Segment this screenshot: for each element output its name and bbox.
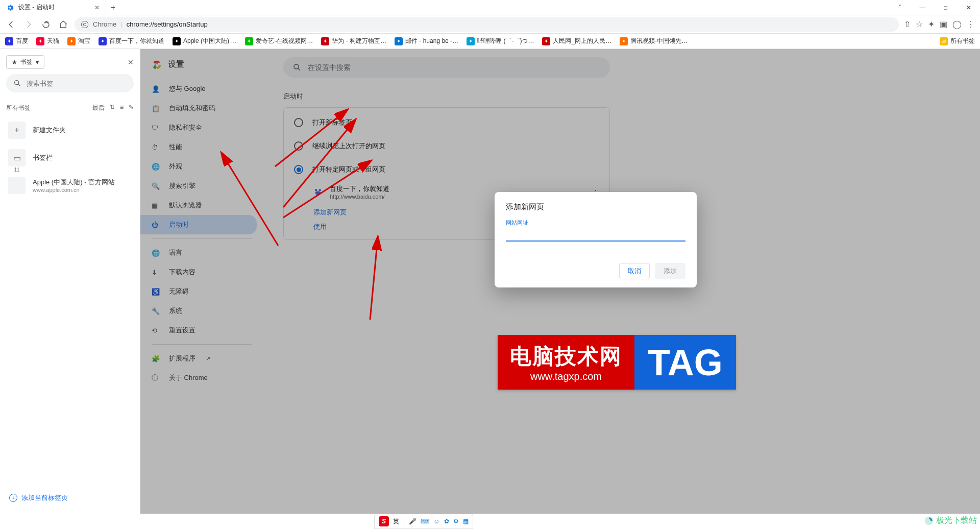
ime-emoji-icon[interactable]: ☺ [433,518,439,525]
bookmark-item[interactable]: ✦腾讯视频-中国领先… [620,37,688,45]
maximize-button[interactable]: □ [934,0,957,15]
bookmarks-search-input[interactable] [27,80,127,87]
search-icon [13,79,21,87]
sort-label[interactable]: 最后 [92,104,105,112]
svg-line-13 [370,238,378,320]
favicon: ✦ [395,37,403,45]
bookmark-item-apple[interactable]: Apple (中国大陆) - 官方网站 www.apple.com.cn [6,172,134,199]
favicon: ✦ [620,37,628,45]
bookmark-item[interactable]: ✦天猫 [36,37,59,45]
add-current-tab-button[interactable]: + 添加当前标签页 [6,488,134,508]
watermark-tag: TAG [634,335,736,390]
bookmark-item[interactable]: ✦Apple (中国大陆) … [173,37,237,45]
ime-voice-icon[interactable]: 🎤 [409,518,416,525]
favicon: ✦ [67,37,76,45]
folder-count: 11 [14,167,19,173]
window-close-button[interactable]: ✕ [957,0,980,15]
watermark-banner: 电脑技术网 www.tagxp.com TAG [498,335,736,390]
bookmark-title: Apple (中国大陆) - 官方网站 [33,178,115,187]
ime-settings-icon[interactable]: ▦ [463,518,469,525]
bookmark-label: 百度 [16,37,28,45]
gear-icon [6,4,14,12]
ime-toolbox-icon[interactable]: ⚙ [453,518,459,525]
svg-point-0 [81,21,88,28]
bookmark-label: 哔哩哔哩 (゜-゜)つ… [477,37,534,45]
favicon: ✦ [542,37,550,45]
bookmark-item[interactable]: ✦邮件 - huang bo -… [395,37,458,45]
bookmark-item[interactable]: ✦百度一下，你就知道 [99,37,164,45]
bookmark-label: 人民网_网上的人民… [553,37,611,45]
close-panel-icon[interactable]: ✕ [128,58,134,66]
favicon: ✦ [321,37,329,45]
url-scheme-label: Chrome [93,20,116,28]
url-text: chrome://settings/onStartup [127,20,208,28]
share-icon[interactable]: ⇧ [904,19,911,29]
window-titlebar: 设置 - 启动时 ✕ + ˅ — □ ✕ [0,0,980,15]
plus-circle-icon: + [9,494,17,502]
browser-toolbar: Chrome | chrome://settings/onStartup ⇧ ☆… [0,15,980,34]
watermark-url: www.tagxp.com [510,371,622,382]
profile-icon[interactable]: ◯ [952,19,962,29]
forward-button[interactable] [22,18,35,31]
favicon: ✦ [99,37,107,45]
bookmark-label: 爱奇艺-在线视频网… [256,37,313,45]
svg-point-1 [83,23,86,26]
apple-icon [8,177,26,194]
new-tab-button[interactable]: + [106,3,120,12]
ime-skin-icon[interactable]: ✿ [444,518,449,525]
filter-icon[interactable]: ⇅ [110,104,115,112]
watermark-title: 电脑技术网 [510,342,622,371]
favicon: ✦ [5,37,13,45]
bookmark-label: Apple (中国大陆) … [183,37,237,45]
dialog-url-input[interactable] [506,228,685,242]
bookmark-label: 华为 - 构建万物互… [332,37,386,45]
favicon: ✦ [467,37,475,45]
bookmark-label: 淘宝 [78,37,90,45]
add-button[interactable]: 添加 [655,263,685,279]
chevron-down-icon[interactable]: ˅ [888,0,911,15]
back-button[interactable] [5,18,17,31]
svg-point-2 [15,81,19,85]
new-folder-button[interactable]: + 新建文件夹 [6,116,134,144]
edit-icon[interactable]: ✎ [129,104,134,112]
all-bookmarks-label: 所有书签 [6,104,31,112]
all-bookmarks-button[interactable]: 📁所有书签 [940,37,975,45]
reload-button[interactable] [40,18,52,31]
bookmark-bar-folder[interactable]: ▭11 书签栏 [6,144,134,172]
side-panel-icon[interactable]: ▣ [940,19,947,29]
bookmark-label: 腾讯视频-中国领先… [630,37,688,45]
menu-icon[interactable]: ⋮ [967,19,975,29]
star-icon: ★ [12,59,17,66]
folder-label: 书签栏 [33,154,53,161]
window-controls: ˅ — □ ✕ [888,0,980,15]
minimize-button[interactable]: — [911,0,934,15]
ime-keyboard-icon[interactable]: ⌨ [421,518,429,525]
bookmark-item[interactable]: ✦人民网_网上的人民… [542,37,611,45]
cancel-button[interactable]: 取消 [619,263,650,279]
bookmarks-chip-label: 书签 [20,58,33,66]
bookmark-item[interactable]: ✦华为 - 构建万物互… [321,37,386,45]
bookmark-item[interactable]: ✦淘宝 [67,37,90,45]
bookmark-item[interactable]: ✦哔哩哔哩 (゜-゜)つ… [467,37,534,45]
home-button[interactable] [57,18,69,31]
list-view-icon[interactable]: ≡ [120,104,124,112]
bookmarks-side-panel: ★ 书签 ▾ ✕ 所有书签 最后 ⇅ ≡ ✎ + 新建文件夹 ▭11 书签栏 [0,49,140,514]
browser-tab[interactable]: 设置 - 启动时 ✕ [0,0,106,15]
ime-toolbar[interactable]: S 英 , 🎤 ⌨ ☺ ✿ ⚙ ▦ [374,514,473,529]
extensions-icon[interactable]: ✦ [928,19,935,29]
bookmark-item[interactable]: ✦百度 [5,37,28,45]
favicon: ✦ [245,37,253,45]
corner-watermark: 极光下载站 [924,515,977,526]
favicon: ✦ [36,37,44,45]
address-bar[interactable]: Chrome | chrome://settings/onStartup [75,17,899,32]
star-icon[interactable]: ☆ [916,19,923,29]
bookmarks-search[interactable] [6,74,134,92]
ime-mode[interactable]: 英 [393,517,399,526]
add-page-dialog: 添加新网页 网站网址 取消 添加 [495,192,697,287]
tab-title: 设置 - 启动时 [18,3,55,12]
tab-close-icon[interactable]: ✕ [94,4,100,11]
dialog-title: 添加新网页 [506,202,685,212]
bookmark-label: 天猫 [47,37,59,45]
bookmarks-dropdown[interactable]: ★ 书签 ▾ [6,55,44,69]
bookmark-item[interactable]: ✦爱奇艺-在线视频网… [245,37,313,45]
